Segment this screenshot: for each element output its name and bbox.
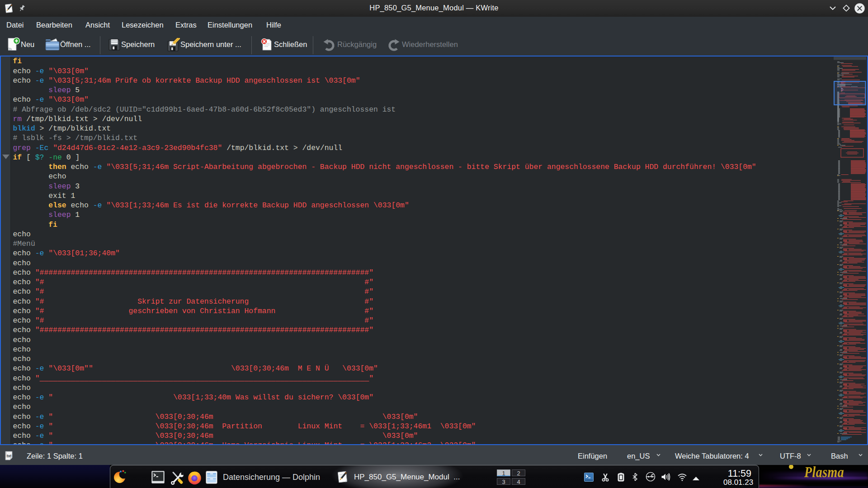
svg-text:txt: txt: [7, 454, 12, 458]
